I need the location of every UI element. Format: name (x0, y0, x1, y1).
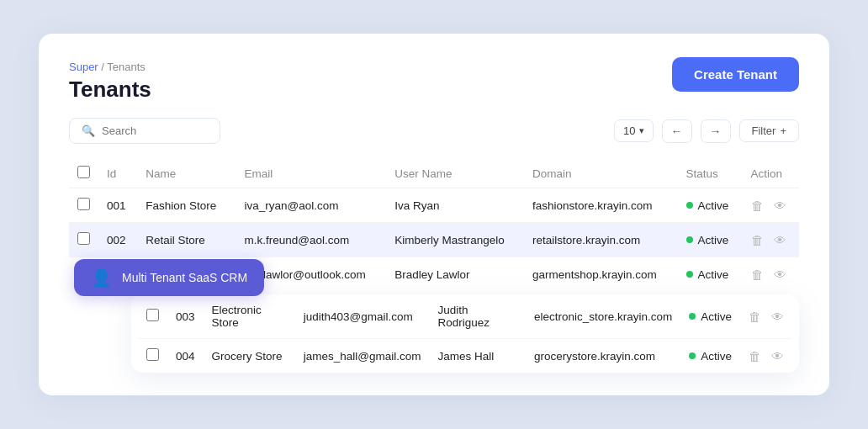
row-domain: garmentshop.krayin.com (524, 257, 678, 292)
row-action: 🗑 👁 (743, 223, 799, 257)
next-page-button[interactable]: → (701, 119, 731, 143)
row-checkbox-cell (69, 223, 98, 257)
delete-icon[interactable]: 🗑 (749, 349, 761, 363)
row-status: Active (678, 188, 743, 223)
row-status: Active (678, 257, 743, 292)
crm-icon: 👤 (91, 267, 112, 288)
th-action: Action (743, 159, 799, 188)
row-action: 🗑 👁 (740, 339, 792, 373)
row-action: 🗑 👁 (740, 294, 792, 339)
row-action: 🗑 👁 (743, 188, 799, 223)
status-dot (689, 352, 696, 359)
status-label: Active (701, 350, 732, 363)
table-row: 004 Grocery Store james_hall@gmail.com J… (138, 339, 792, 373)
delete-icon[interactable]: 🗑 (749, 310, 761, 324)
status-label: Active (698, 268, 729, 281)
view-icon[interactable]: 👁 (774, 199, 786, 213)
row-name: Grocery Store (204, 339, 295, 373)
th-email: Email (236, 159, 387, 188)
view-icon[interactable]: 👁 (774, 233, 786, 247)
popup-label: Multi Tenant SaaS CRM (122, 271, 247, 284)
delete-icon[interactable]: 🗑 (751, 233, 764, 247)
row-username: Bradley Lawlor (386, 257, 524, 292)
toolbar-right: 10 ▾ ← → Filter + (614, 119, 799, 143)
row-id: 002 (98, 223, 137, 257)
row-action: 🗑 👁 (743, 257, 799, 292)
th-username: User Name (386, 159, 524, 188)
row-checkbox[interactable] (146, 348, 159, 361)
row-username: Iva Ryan (386, 188, 524, 223)
filter-button[interactable]: Filter + (739, 119, 799, 142)
filter-label: Filter (752, 124, 776, 137)
row-domain: grocerystore.krayin.com (526, 339, 680, 373)
row-email: m.k.freund@aol.com (236, 223, 387, 257)
row-name: Fashion Store (137, 188, 236, 223)
row-email: james_hall@gmail.com (295, 339, 430, 373)
status-label: Active (698, 199, 729, 212)
row-email: iva_ryan@aol.com (236, 188, 387, 223)
row-email: judith403@gmail.com (295, 294, 430, 339)
status-dot (686, 202, 693, 209)
page-size-value: 10 (623, 124, 635, 137)
row-status: Active (678, 223, 743, 257)
th-checkbox (69, 159, 98, 188)
row-username: James Hall (429, 339, 525, 373)
breadcrumb-super[interactable]: Super (69, 61, 98, 73)
view-icon[interactable]: 👁 (771, 349, 784, 363)
row-checkbox[interactable] (77, 232, 90, 245)
row-name: Retail Store (137, 223, 236, 257)
row-status: Active (680, 294, 740, 339)
th-id: Id (98, 159, 137, 188)
sub-card: 003 Electronic Store judith403@gmail.com… (131, 294, 799, 373)
row-name: Electronic Store (204, 294, 295, 339)
status-label: Active (698, 234, 729, 246)
table-row: 002 Retail Store m.k.freund@aol.com Kimb… (69, 223, 799, 257)
sub-card-table: 003 Electronic Store judith403@gmail.com… (138, 294, 792, 373)
toolbar: 🔍 10 ▾ ← → Filter + (69, 118, 799, 144)
row-checkbox-cell (69, 188, 98, 223)
row-checkbox[interactable] (146, 309, 159, 321)
main-card: Super / Tenants Tenants Create Tenant 🔍 … (39, 34, 829, 395)
select-all-checkbox[interactable] (77, 166, 90, 178)
delete-icon[interactable]: 🗑 (751, 267, 764, 282)
row-domain: fashionstore.krayin.com (524, 188, 678, 223)
row-id: 003 (167, 294, 204, 339)
table-header-row: Id Name Email User Name Domain Status Ac… (69, 159, 799, 188)
view-icon[interactable]: 👁 (771, 310, 784, 324)
delete-icon[interactable]: 🗑 (751, 199, 764, 213)
row-checkbox[interactable] (77, 198, 90, 210)
search-box[interactable]: 🔍 (69, 118, 220, 144)
search-icon: 🔍 (82, 124, 95, 137)
row-domain: retailstore.krayin.com (524, 223, 678, 257)
row-id: 004 (167, 339, 204, 373)
table-row: 003 Electronic Store judith403@gmail.com… (138, 294, 792, 339)
row-username: Kimberly Mastrangelo (386, 223, 524, 257)
row-status: Active (680, 339, 740, 373)
status-dot (686, 271, 693, 278)
search-input[interactable] (102, 124, 208, 137)
prev-page-button[interactable]: ← (662, 119, 692, 143)
table-row: 001 Fashion Store iva_ryan@aol.com Iva R… (69, 188, 799, 223)
view-icon[interactable]: 👁 (774, 267, 786, 282)
page-size-select[interactable]: 10 ▾ (614, 119, 653, 142)
row-checkbox-cell (138, 339, 167, 373)
breadcrumb-tenants: Tenants (107, 61, 146, 73)
row-domain: electronic_store.krayin.com (526, 294, 680, 339)
popup-tooltip: 👤 Multi Tenant SaaS CRM (74, 259, 264, 296)
filter-plus-icon: + (780, 124, 786, 137)
th-status: Status (678, 159, 743, 188)
th-name: Name (137, 159, 236, 188)
row-id: 001 (98, 188, 137, 223)
row-username: Judith Rodriguez (429, 294, 525, 339)
status-label: Active (701, 310, 732, 323)
status-dot (686, 236, 693, 243)
th-domain: Domain (524, 159, 678, 188)
status-dot (689, 313, 696, 320)
row-checkbox-cell (138, 294, 167, 339)
create-tenant-button[interactable]: Create Tenant (672, 57, 799, 92)
chevron-down-icon: ▾ (639, 125, 644, 136)
